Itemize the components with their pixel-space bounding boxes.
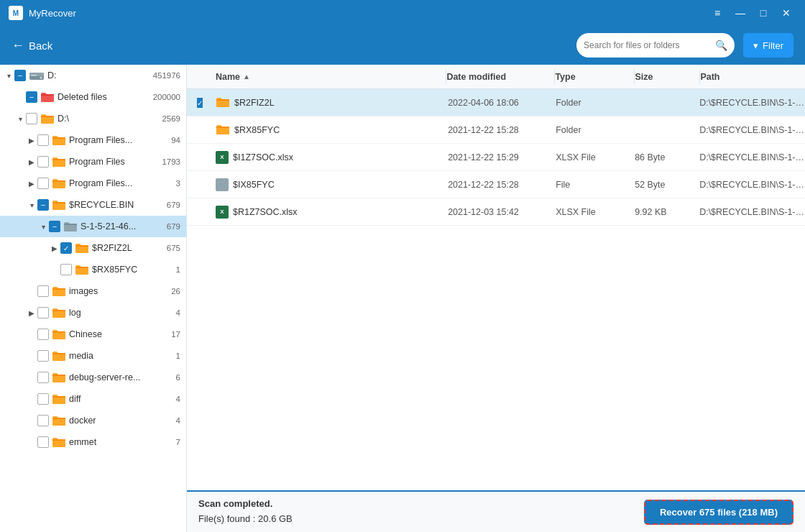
row-path-text: D:\$RECYCLE.BIN\S-1-5-21-46306... bbox=[699, 152, 805, 162]
sidebar-count-s1: 679 bbox=[167, 222, 180, 231]
checkbox-diff[interactable] bbox=[37, 393, 49, 405]
minimize-button[interactable]: — bbox=[730, 5, 750, 21]
row-size-text: 52 Byte bbox=[635, 180, 665, 190]
sidebar-item-emmet[interactable]: emmet 7 bbox=[0, 431, 186, 453]
sidebar-item-chinese[interactable]: Chinese 17 bbox=[0, 324, 186, 345]
sidebar-item-program-files-2[interactable]: ▶ Program Files 1793 bbox=[0, 151, 186, 173]
sidebar-item-docker[interactable]: docker 4 bbox=[0, 410, 186, 431]
back-button[interactable]: ← Back bbox=[12, 38, 52, 53]
header-type-col[interactable]: Type bbox=[555, 72, 634, 82]
table-row[interactable]: $RX85FYC 2021-12-22 15:28 Folder D:\$REC… bbox=[187, 116, 805, 144]
table-row[interactable]: X $R1Z7SOC.xlsx 2021-12-03 15:42 XLSX Fi… bbox=[187, 198, 805, 226]
checkbox-d-root[interactable] bbox=[26, 113, 37, 124]
toolbar: ← Back 🔍 ▾ Filter bbox=[0, 26, 805, 65]
checkbox-recycle[interactable] bbox=[37, 199, 49, 211]
row-type-col: XLSX File bbox=[556, 152, 635, 162]
table-row[interactable]: $IX85FYC 2021-12-22 15:28 File 52 Byte D… bbox=[187, 171, 805, 198]
sidebar-label-d-root: D:\ bbox=[58, 114, 159, 124]
checkbox-chinese[interactable] bbox=[37, 329, 49, 340]
row-name-col: X $I1Z7SOC.xlsx bbox=[213, 151, 448, 164]
checkbox-log[interactable] bbox=[37, 307, 49, 318]
sidebar-count-pf1: 94 bbox=[171, 136, 180, 145]
maximize-button[interactable]: □ bbox=[753, 5, 773, 21]
row-size-col: 52 Byte bbox=[635, 180, 699, 190]
row-type-text: File bbox=[556, 180, 570, 190]
folder-icon bbox=[216, 97, 230, 109]
title-bar: M MyRecover ≡ — □ ✕ bbox=[0, 0, 805, 26]
checkbox-deleted-files[interactable] bbox=[26, 91, 37, 103]
header-date-col[interactable]: Date modified bbox=[446, 72, 554, 82]
row-date-text: 2021-12-03 15:42 bbox=[448, 207, 519, 217]
sidebar-item-log[interactable]: ▶ log 4 bbox=[0, 302, 186, 324]
checkbox-s1[interactable] bbox=[49, 221, 60, 232]
checkbox-images[interactable] bbox=[37, 285, 49, 297]
sort-arrow-icon: ▲ bbox=[243, 73, 250, 81]
checkbox-debug[interactable] bbox=[37, 372, 49, 383]
row-checkbox[interactable] bbox=[197, 98, 203, 108]
row-name-text: $I1Z7SOC.xlsx bbox=[233, 152, 293, 162]
checkbox-d-drive[interactable] bbox=[14, 70, 26, 81]
sidebar-label-rx85fyc: $RX85FYC bbox=[92, 265, 173, 275]
checkbox-media[interactable] bbox=[37, 350, 49, 362]
sidebar-item-rx85fyc[interactable]: $RX85FYC 1 bbox=[0, 259, 186, 280]
folder-yellow-icon bbox=[40, 114, 55, 124]
row-date-col: 2021-12-22 15:28 bbox=[448, 125, 556, 135]
row-type-col: Folder bbox=[556, 98, 635, 108]
svg-point-2 bbox=[40, 77, 42, 79]
sidebar-item-d-drive[interactable]: ▾ D: 451976 bbox=[0, 65, 186, 86]
sidebar-count-rx85fyc: 1 bbox=[176, 265, 180, 274]
folder-icon bbox=[52, 200, 66, 211]
sidebar-item-r2fiz2l[interactable]: ▶ $R2FIZ2L 675 bbox=[0, 237, 186, 259]
table-row[interactable]: $R2FIZ2L 2022-04-06 18:06 Folder D:\$REC… bbox=[187, 89, 805, 116]
row-path-col: D:\$RECYCLE.BIN\S-1-5-21-46306... bbox=[699, 125, 805, 135]
row-type-col: XLSX File bbox=[556, 207, 635, 217]
row-date-col: 2022-04-06 18:06 bbox=[448, 98, 556, 108]
row-path-col: D:\$RECYCLE.BIN\S-1-5-21-46306... bbox=[699, 207, 805, 217]
row-name-col: X $R1Z7SOC.xlsx bbox=[213, 206, 448, 219]
checkbox-pf2[interactable] bbox=[37, 156, 49, 168]
checkbox-rx85fyc[interactable] bbox=[60, 264, 72, 275]
sidebar-item-diff[interactable]: diff 4 bbox=[0, 388, 186, 410]
expand-icon: ▾ bbox=[14, 115, 26, 123]
header-size-col[interactable]: Size bbox=[635, 72, 699, 82]
main-layout: ▾ D: 451976 Deleted files 200000 bbox=[0, 65, 805, 532]
sidebar-label-diff: diff bbox=[69, 394, 173, 404]
header-size-label: Size bbox=[635, 72, 653, 82]
row-name-text: $IX85FYC bbox=[233, 180, 275, 190]
filter-button[interactable]: ▾ Filter bbox=[743, 33, 794, 58]
sidebar-item-program-files-1[interactable]: ▶ Program Files... 94 bbox=[0, 129, 186, 151]
table-row[interactable]: X $I1Z7SOC.xlsx 2021-12-22 15:29 XLSX Fi… bbox=[187, 144, 805, 171]
search-input[interactable] bbox=[584, 40, 711, 50]
expand-icon: ▾ bbox=[26, 201, 37, 209]
sidebar-item-s-1-5-21[interactable]: ▾ S-1-5-21-46... 679 bbox=[0, 216, 186, 237]
header-date-label: Date modified bbox=[446, 72, 506, 82]
checkbox-docker[interactable] bbox=[37, 415, 49, 426]
header-name-col[interactable]: Name ▲ bbox=[213, 72, 446, 82]
menu-button[interactable]: ≡ bbox=[707, 5, 727, 21]
sidebar-item-debug[interactable]: debug-server-re... 6 bbox=[0, 367, 186, 388]
header-path-col[interactable]: Path bbox=[700, 72, 805, 82]
folder-red-icon bbox=[40, 92, 55, 103]
header-path-label: Path bbox=[700, 72, 719, 82]
checkbox-pf3[interactable] bbox=[37, 178, 49, 189]
sidebar-item-media[interactable]: media 1 bbox=[0, 345, 186, 367]
sidebar-item-d-root[interactable]: ▾ D:\ 2569 bbox=[0, 108, 186, 129]
folder-icon bbox=[52, 286, 66, 297]
checkbox-emmet[interactable] bbox=[37, 436, 49, 448]
sidebar-count-d-drive: 451976 bbox=[153, 71, 180, 80]
sidebar-item-deleted-files[interactable]: Deleted files 200000 bbox=[0, 86, 186, 108]
checkbox-pf1[interactable] bbox=[37, 134, 49, 146]
close-button[interactable]: ✕ bbox=[776, 5, 796, 21]
sidebar-item-program-files-3[interactable]: ▶ Program Files... 3 bbox=[0, 173, 186, 194]
recover-button[interactable]: Recover 675 files (218 MB) bbox=[644, 500, 794, 525]
checkbox-r2fiz2l[interactable] bbox=[60, 242, 72, 254]
row-type-text: Folder bbox=[556, 125, 581, 135]
svg-rect-3 bbox=[31, 75, 37, 76]
sidebar-count-pf3: 3 bbox=[176, 179, 180, 188]
row-size-text: 9.92 KB bbox=[635, 207, 666, 217]
row-size-text: 86 Byte bbox=[635, 152, 665, 162]
sidebar-item-recycle-bin[interactable]: ▾ $RECYCLE.BIN 679 bbox=[0, 194, 186, 216]
expand-icon: ▶ bbox=[26, 137, 37, 145]
sidebar: ▾ D: 451976 Deleted files 200000 bbox=[0, 65, 187, 532]
sidebar-item-images[interactable]: images 26 bbox=[0, 280, 186, 302]
